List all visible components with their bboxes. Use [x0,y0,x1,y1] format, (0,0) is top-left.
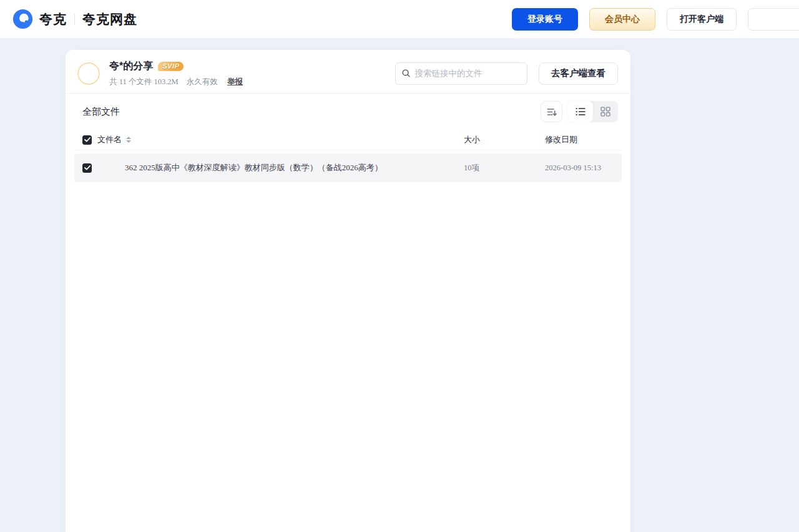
share-toolbar: 去客户端查看 [395,62,618,85]
vip-center-button[interactable]: 会员中心 [589,8,655,31]
column-header-modified[interactable]: 修改日期 [545,134,614,145]
top-navigation-bar: 夸克 夸克网盘 登录账号 会员中心 打开客户端 [0,0,799,39]
share-files-summary: 共 11 个文件 103.2M [109,77,179,86]
extra-header-button[interactable] [748,8,799,31]
quark-logo-icon [12,9,33,29]
share-header: 夸*的分享 SVIP 共 11 个文件 103.2M 永久有效 举报 [66,50,630,94]
search-input[interactable] [414,69,521,78]
column-header-size[interactable]: 大小 [464,134,545,145]
view-controls [541,101,618,122]
section-title: 全部文件 [82,106,120,118]
sort-arrows-icon [126,137,131,143]
sort-order-icon [547,107,557,117]
header-actions: 登录账号 会员中心 打开客户端 [512,8,799,31]
file-modified-date: 2026-03-09 15:13 [545,163,614,173]
share-owner-block: 夸*的分享 SVIP 共 11 个文件 103.2M 永久有效 举报 [77,60,243,87]
file-section-header: 全部文件 [66,94,630,130]
grid-view-button[interactable] [593,101,618,122]
login-button[interactable]: 登录账号 [512,8,578,31]
view-in-client-button[interactable]: 去客户端查看 [539,62,618,85]
sort-order-button[interactable] [541,101,562,122]
svip-badge: SVIP [158,62,184,71]
file-table-header: 文件名 大小 修改日期 [74,130,622,150]
view-mode-toggle [568,101,618,122]
search-icon [402,69,410,78]
grid-view-icon [600,107,610,117]
share-validity: 永久有效 [187,77,218,86]
file-row[interactable]: 362 2025版高中《教材深度解读》教材同步版（数学）（备战2026高考） 1… [74,153,622,182]
column-header-name[interactable]: 文件名 [97,134,464,145]
page-body: 夸*的分享 SVIP 共 11 个文件 103.2M 永久有效 举报 [0,50,799,532]
brand-name: 夸克 [39,11,67,28]
brand-divider [74,14,75,25]
share-card: 夸*的分享 SVIP 共 11 个文件 103.2M 永久有效 举报 [66,50,630,532]
share-meta: 共 11 个文件 103.2M 永久有效 举报 [109,77,243,87]
list-view-icon [576,107,586,116]
open-client-button[interactable]: 打开客户端 [667,8,737,31]
list-view-button[interactable] [568,101,593,122]
file-size: 10项 [464,163,545,173]
avatar [77,62,100,85]
share-owner-name: 夸*的分享 [109,60,153,73]
brand-logo-group[interactable]: 夸克 夸克网盘 [12,9,137,29]
select-all-checkbox[interactable] [82,135,92,145]
product-name: 夸克网盘 [82,11,137,28]
row-checkbox[interactable] [82,163,92,173]
report-link[interactable]: 举报 [227,77,243,86]
search-box[interactable] [395,62,527,85]
file-name[interactable]: 362 2025版高中《教材深度解读》教材同步版（数学）（备战2026高考） [97,162,464,173]
